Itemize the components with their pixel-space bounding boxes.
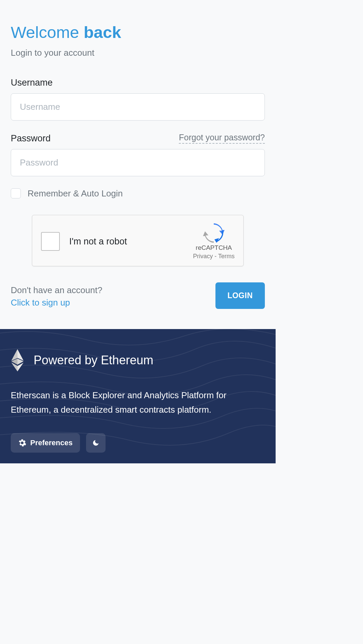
ethereum-icon — [11, 349, 24, 371]
recaptcha-terms-link[interactable]: Terms — [218, 253, 235, 260]
footer-description: Etherscan is a Block Explorer and Analyt… — [11, 388, 265, 417]
password-input[interactable] — [11, 149, 265, 176]
recaptcha-text: I'm not a robot — [69, 236, 127, 247]
recaptcha-privacy-link[interactable]: Privacy — [193, 253, 213, 260]
title-part-2: back — [84, 23, 121, 41]
gear-icon — [18, 439, 26, 447]
forgot-password-link[interactable]: Forgot your password? — [179, 133, 265, 144]
password-label: Password — [11, 133, 51, 144]
recaptcha-widget: I'm not a robot reCAPTCHA Privacy - Term… — [32, 215, 244, 266]
remember-checkbox[interactable] — [11, 188, 21, 198]
moon-icon — [92, 439, 99, 447]
remember-label: Remember & Auto Login — [28, 188, 123, 199]
login-button[interactable]: LOGIN — [215, 282, 265, 309]
preferences-label: Preferences — [30, 439, 73, 447]
recaptcha-links: Privacy - Terms — [193, 253, 235, 260]
username-label: Username — [11, 78, 53, 88]
title-part-1: Welcome — [11, 23, 84, 41]
username-input[interactable] — [11, 93, 265, 121]
footer: Powered by Ethereum Etherscan is a Block… — [0, 329, 276, 463]
recaptcha-separator: - — [213, 253, 218, 260]
signup-prompt: Don't have an account? — [11, 283, 102, 297]
preferences-button[interactable]: Preferences — [11, 433, 80, 453]
recaptcha-icon — [203, 223, 225, 243]
svg-marker-1 — [11, 349, 17, 361]
recaptcha-checkbox[interactable] — [41, 232, 60, 251]
page-title: Welcome back — [11, 24, 265, 42]
subtitle: Login to your account — [11, 48, 265, 58]
theme-toggle-button[interactable] — [86, 433, 106, 453]
recaptcha-brand: reCAPTCHA — [196, 244, 232, 251]
signup-link[interactable]: Click to sign up — [11, 297, 70, 308]
footer-title: Powered by Ethereum — [34, 353, 153, 367]
